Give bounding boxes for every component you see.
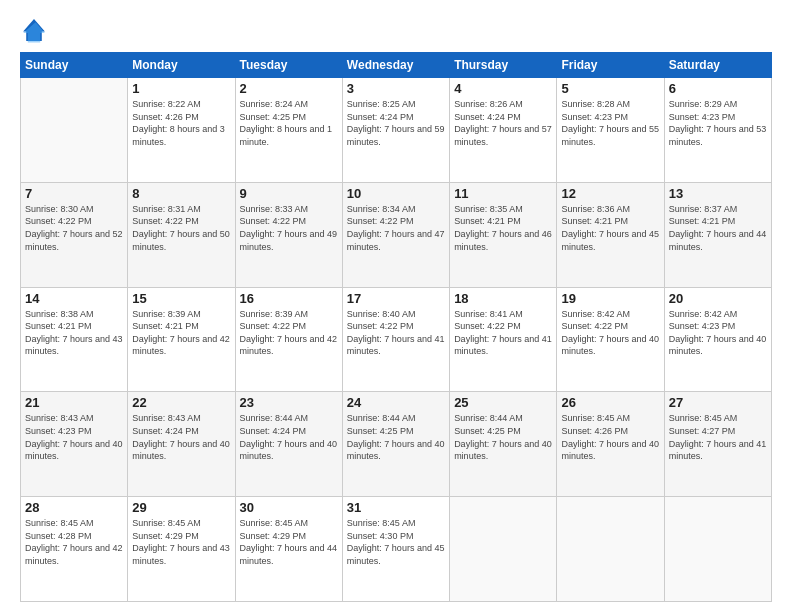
day-number: 3 xyxy=(347,81,445,96)
calendar-cell: 13Sunrise: 8:37 AMSunset: 4:21 PMDayligh… xyxy=(664,182,771,287)
day-info: Sunrise: 8:25 AMSunset: 4:24 PMDaylight:… xyxy=(347,98,445,148)
day-number: 7 xyxy=(25,186,123,201)
day-number: 18 xyxy=(454,291,552,306)
day-number: 13 xyxy=(669,186,767,201)
day-number: 23 xyxy=(240,395,338,410)
day-info: Sunrise: 8:42 AMSunset: 4:23 PMDaylight:… xyxy=(669,308,767,358)
day-number: 1 xyxy=(132,81,230,96)
calendar-cell: 5Sunrise: 8:28 AMSunset: 4:23 PMDaylight… xyxy=(557,78,664,183)
calendar-cell xyxy=(557,497,664,602)
calendar-cell: 18Sunrise: 8:41 AMSunset: 4:22 PMDayligh… xyxy=(450,287,557,392)
day-number: 5 xyxy=(561,81,659,96)
calendar-cell: 12Sunrise: 8:36 AMSunset: 4:21 PMDayligh… xyxy=(557,182,664,287)
day-number: 4 xyxy=(454,81,552,96)
weekday-header: Thursday xyxy=(450,53,557,78)
day-info: Sunrise: 8:44 AMSunset: 4:25 PMDaylight:… xyxy=(454,412,552,462)
day-number: 31 xyxy=(347,500,445,515)
calendar-table: SundayMondayTuesdayWednesdayThursdayFrid… xyxy=(20,52,772,602)
logo xyxy=(20,16,52,44)
day-number: 29 xyxy=(132,500,230,515)
day-info: Sunrise: 8:45 AMSunset: 4:27 PMDaylight:… xyxy=(669,412,767,462)
day-info: Sunrise: 8:45 AMSunset: 4:29 PMDaylight:… xyxy=(240,517,338,567)
calendar-cell xyxy=(21,78,128,183)
calendar-cell: 28Sunrise: 8:45 AMSunset: 4:28 PMDayligh… xyxy=(21,497,128,602)
day-number: 12 xyxy=(561,186,659,201)
day-info: Sunrise: 8:26 AMSunset: 4:24 PMDaylight:… xyxy=(454,98,552,148)
day-info: Sunrise: 8:24 AMSunset: 4:25 PMDaylight:… xyxy=(240,98,338,148)
day-number: 6 xyxy=(669,81,767,96)
day-number: 22 xyxy=(132,395,230,410)
calendar-cell: 20Sunrise: 8:42 AMSunset: 4:23 PMDayligh… xyxy=(664,287,771,392)
day-info: Sunrise: 8:43 AMSunset: 4:24 PMDaylight:… xyxy=(132,412,230,462)
day-number: 19 xyxy=(561,291,659,306)
calendar-cell: 25Sunrise: 8:44 AMSunset: 4:25 PMDayligh… xyxy=(450,392,557,497)
calendar-cell: 22Sunrise: 8:43 AMSunset: 4:24 PMDayligh… xyxy=(128,392,235,497)
day-number: 14 xyxy=(25,291,123,306)
calendar-header-row: SundayMondayTuesdayWednesdayThursdayFrid… xyxy=(21,53,772,78)
page: SundayMondayTuesdayWednesdayThursdayFrid… xyxy=(0,0,792,612)
header xyxy=(20,16,772,44)
logo-icon xyxy=(20,16,48,44)
day-info: Sunrise: 8:35 AMSunset: 4:21 PMDaylight:… xyxy=(454,203,552,253)
day-number: 10 xyxy=(347,186,445,201)
day-number: 24 xyxy=(347,395,445,410)
day-info: Sunrise: 8:39 AMSunset: 4:21 PMDaylight:… xyxy=(132,308,230,358)
calendar-week-row: 1Sunrise: 8:22 AMSunset: 4:26 PMDaylight… xyxy=(21,78,772,183)
calendar-cell xyxy=(664,497,771,602)
calendar-cell xyxy=(450,497,557,602)
day-number: 25 xyxy=(454,395,552,410)
calendar-cell: 7Sunrise: 8:30 AMSunset: 4:22 PMDaylight… xyxy=(21,182,128,287)
calendar-cell: 26Sunrise: 8:45 AMSunset: 4:26 PMDayligh… xyxy=(557,392,664,497)
weekday-header: Tuesday xyxy=(235,53,342,78)
day-info: Sunrise: 8:37 AMSunset: 4:21 PMDaylight:… xyxy=(669,203,767,253)
calendar-cell: 11Sunrise: 8:35 AMSunset: 4:21 PMDayligh… xyxy=(450,182,557,287)
day-info: Sunrise: 8:44 AMSunset: 4:24 PMDaylight:… xyxy=(240,412,338,462)
weekday-header: Wednesday xyxy=(342,53,449,78)
day-number: 15 xyxy=(132,291,230,306)
calendar-cell: 15Sunrise: 8:39 AMSunset: 4:21 PMDayligh… xyxy=(128,287,235,392)
calendar-cell: 16Sunrise: 8:39 AMSunset: 4:22 PMDayligh… xyxy=(235,287,342,392)
weekday-header: Sunday xyxy=(21,53,128,78)
day-number: 9 xyxy=(240,186,338,201)
weekday-header: Saturday xyxy=(664,53,771,78)
day-info: Sunrise: 8:45 AMSunset: 4:28 PMDaylight:… xyxy=(25,517,123,567)
calendar-cell: 4Sunrise: 8:26 AMSunset: 4:24 PMDaylight… xyxy=(450,78,557,183)
calendar-cell: 24Sunrise: 8:44 AMSunset: 4:25 PMDayligh… xyxy=(342,392,449,497)
calendar-cell: 29Sunrise: 8:45 AMSunset: 4:29 PMDayligh… xyxy=(128,497,235,602)
calendar-cell: 21Sunrise: 8:43 AMSunset: 4:23 PMDayligh… xyxy=(21,392,128,497)
day-number: 20 xyxy=(669,291,767,306)
day-info: Sunrise: 8:38 AMSunset: 4:21 PMDaylight:… xyxy=(25,308,123,358)
calendar-cell: 30Sunrise: 8:45 AMSunset: 4:29 PMDayligh… xyxy=(235,497,342,602)
day-number: 17 xyxy=(347,291,445,306)
day-info: Sunrise: 8:36 AMSunset: 4:21 PMDaylight:… xyxy=(561,203,659,253)
calendar-cell: 14Sunrise: 8:38 AMSunset: 4:21 PMDayligh… xyxy=(21,287,128,392)
day-info: Sunrise: 8:40 AMSunset: 4:22 PMDaylight:… xyxy=(347,308,445,358)
calendar-cell: 1Sunrise: 8:22 AMSunset: 4:26 PMDaylight… xyxy=(128,78,235,183)
day-info: Sunrise: 8:43 AMSunset: 4:23 PMDaylight:… xyxy=(25,412,123,462)
day-number: 11 xyxy=(454,186,552,201)
day-number: 26 xyxy=(561,395,659,410)
day-info: Sunrise: 8:33 AMSunset: 4:22 PMDaylight:… xyxy=(240,203,338,253)
day-info: Sunrise: 8:29 AMSunset: 4:23 PMDaylight:… xyxy=(669,98,767,148)
day-info: Sunrise: 8:44 AMSunset: 4:25 PMDaylight:… xyxy=(347,412,445,462)
calendar-week-row: 14Sunrise: 8:38 AMSunset: 4:21 PMDayligh… xyxy=(21,287,772,392)
calendar-week-row: 7Sunrise: 8:30 AMSunset: 4:22 PMDaylight… xyxy=(21,182,772,287)
calendar-cell: 19Sunrise: 8:42 AMSunset: 4:22 PMDayligh… xyxy=(557,287,664,392)
day-info: Sunrise: 8:39 AMSunset: 4:22 PMDaylight:… xyxy=(240,308,338,358)
day-number: 21 xyxy=(25,395,123,410)
day-number: 27 xyxy=(669,395,767,410)
day-info: Sunrise: 8:45 AMSunset: 4:30 PMDaylight:… xyxy=(347,517,445,567)
calendar-cell: 3Sunrise: 8:25 AMSunset: 4:24 PMDaylight… xyxy=(342,78,449,183)
day-info: Sunrise: 8:45 AMSunset: 4:26 PMDaylight:… xyxy=(561,412,659,462)
calendar-cell: 9Sunrise: 8:33 AMSunset: 4:22 PMDaylight… xyxy=(235,182,342,287)
calendar-cell: 31Sunrise: 8:45 AMSunset: 4:30 PMDayligh… xyxy=(342,497,449,602)
day-info: Sunrise: 8:34 AMSunset: 4:22 PMDaylight:… xyxy=(347,203,445,253)
day-info: Sunrise: 8:31 AMSunset: 4:22 PMDaylight:… xyxy=(132,203,230,253)
day-info: Sunrise: 8:42 AMSunset: 4:22 PMDaylight:… xyxy=(561,308,659,358)
weekday-header: Monday xyxy=(128,53,235,78)
calendar-cell: 10Sunrise: 8:34 AMSunset: 4:22 PMDayligh… xyxy=(342,182,449,287)
day-number: 2 xyxy=(240,81,338,96)
day-info: Sunrise: 8:45 AMSunset: 4:29 PMDaylight:… xyxy=(132,517,230,567)
calendar-cell: 8Sunrise: 8:31 AMSunset: 4:22 PMDaylight… xyxy=(128,182,235,287)
day-info: Sunrise: 8:30 AMSunset: 4:22 PMDaylight:… xyxy=(25,203,123,253)
